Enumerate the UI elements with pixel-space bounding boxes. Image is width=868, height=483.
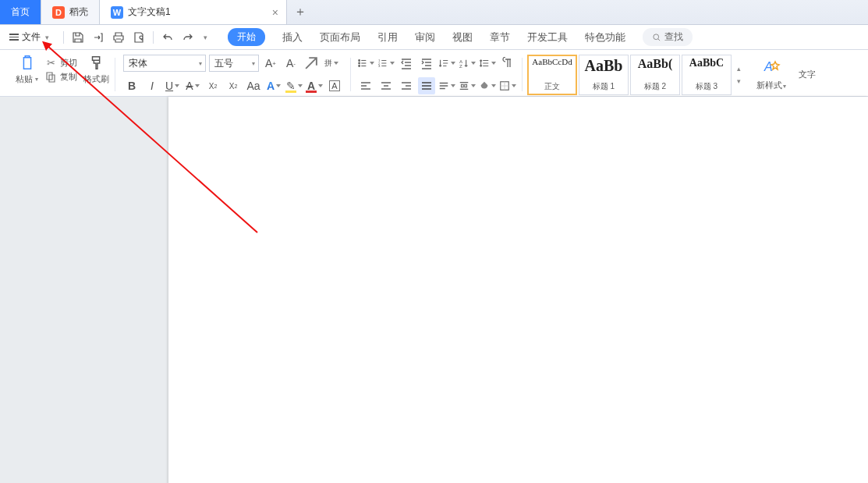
docer-icon: D [52,6,65,19]
align-justify-button[interactable] [418,77,435,94]
app-tabstrip: 首页 D 稻壳 W 文字文稿1 × ＋ [0,0,868,25]
copy-label: 复制 [60,71,77,83]
tab-docer[interactable]: D 稻壳 [41,0,100,24]
output-icon[interactable] [92,31,105,44]
ribbon-tab-start[interactable]: 开始 [228,28,265,46]
new-style-button[interactable]: A 新样式▾ [749,53,794,96]
bold-button[interactable]: B [123,77,140,94]
document-page[interactable] [168,97,868,483]
text-direction-button[interactable] [438,55,455,72]
underline-button[interactable]: U [164,77,181,94]
phonetic-guide-button[interactable]: 拼 [323,55,340,72]
style-preview: AaBbCcDd [532,57,572,66]
copy-icon [44,70,57,83]
subscript-button[interactable]: X2 [225,77,242,94]
char-border-button[interactable]: A [326,77,343,94]
tab-settings-button[interactable] [459,77,476,94]
doc-icon: W [111,6,123,19]
shrink-font-button[interactable]: A- [282,55,299,72]
svg-point-2 [359,62,360,64]
cut-button[interactable]: ✂剪切 [44,56,77,69]
cut-icon: ✂ [44,56,57,69]
align-left-button[interactable] [357,77,374,94]
clear-format-button[interactable] [303,55,320,72]
increase-indent-button[interactable] [418,55,435,72]
tab-home[interactable]: 首页 [0,0,41,24]
style-heading2[interactable]: AaBb(标题 2 [630,55,680,95]
chevron-down-icon: ▾ [45,34,49,41]
print-preview-icon[interactable] [133,31,145,44]
font-color-button[interactable]: A [306,77,323,94]
menu-row: 文件 ▾ ▾ 开始 插入 页面布局 引用 审阅 视图 章节 开发工具 特色功能 … [0,25,868,50]
search-box[interactable]: 查找 [643,28,693,46]
ribbon-tab-sections[interactable]: 章节 [490,30,510,44]
ribbon-tabs: 开始 插入 页面布局 引用 审阅 视图 章节 开发工具 特色功能 [228,28,625,46]
style-heading1[interactable]: AaBb标题 1 [579,55,629,95]
text-effects-button[interactable]: A [265,77,282,94]
sort-button[interactable]: AZ [459,55,476,72]
svg-text:Z: Z [459,63,462,69]
tab-document[interactable]: W 文字文稿1 × [100,0,287,24]
ribbon-tab-view[interactable]: 视图 [452,30,473,44]
new-tab-button[interactable]: ＋ [287,0,314,24]
close-icon[interactable]: × [272,6,278,19]
style-normal[interactable]: AaBbCcDd正文 [527,55,577,95]
ribbon-tab-pagelayout[interactable]: 页面布局 [320,30,360,44]
align-center-button[interactable] [377,77,395,94]
file-menu[interactable]: 文件 ▾ [5,28,54,47]
style-heading3[interactable]: AaBbC标题 3 [682,55,732,95]
quick-access-toolbar: ▾ [63,31,207,44]
shading-button[interactable] [479,77,496,94]
undo-icon[interactable] [161,31,174,44]
new-style-icon: A [762,58,781,78]
style-label: 正文 [544,81,560,92]
style-preview: AaBbC [689,57,724,69]
ribbon-tab-insert[interactable]: 插入 [282,30,303,44]
ribbon-tab-review[interactable]: 审阅 [415,30,435,44]
numbering-button[interactable]: 123 [377,55,395,72]
save-icon[interactable] [72,31,84,44]
chevron-down-icon[interactable]: ▾ [204,34,207,41]
align-right-button[interactable] [398,77,415,94]
group-clipboard: 粘贴▾ ✂剪切 复制 格式刷 [9,53,115,96]
group-styles: AaBbCcDd正文 AaBb标题 1 AaBb(标题 2 AaBbC标题 3 … [523,53,749,96]
paste-icon [19,55,36,72]
redo-icon[interactable] [182,31,194,44]
group-paragraph: 123 AZ [351,53,523,96]
search-icon [652,33,661,42]
tab-document-label: 文字文稿1 [128,5,171,19]
svg-point-3 [359,66,360,67]
format-painter-button[interactable]: 格式刷 [83,53,109,85]
distribute-button[interactable] [438,77,455,94]
highlight-button[interactable]: ✎ [285,77,303,94]
text-tool-button[interactable]: 文字 [794,53,820,96]
ribbon-tab-references[interactable]: 引用 [377,30,398,44]
style-gallery-more[interactable]: ▴▾ [733,65,744,85]
change-case-button[interactable]: Aa [245,77,262,94]
search-label: 查找 [664,30,683,44]
tab-home-label: 首页 [11,5,30,19]
strikethrough-button[interactable]: A [184,77,201,94]
svg-text:A: A [763,60,773,73]
superscript-button[interactable]: X2 [204,77,221,94]
ribbon-tab-devtools[interactable]: 开发工具 [527,30,568,44]
decrease-indent-button[interactable] [398,55,415,72]
font-size-combo[interactable]: 五号▾ [209,55,259,72]
style-label: 标题 3 [696,81,717,92]
font-name-combo[interactable]: 宋体▾ [123,55,206,72]
line-spacing-button[interactable] [479,55,496,72]
grow-font-button[interactable]: A+ [262,55,279,72]
bullets-button[interactable] [357,55,374,72]
hamburger-icon [9,34,19,41]
italic-button[interactable]: I [143,77,161,94]
style-preview: AaBb( [638,57,672,71]
svg-text:3: 3 [378,64,381,68]
paste-button[interactable]: 粘贴▾ [16,53,38,85]
work-area [0,97,868,483]
ribbon: 粘贴▾ ✂剪切 复制 格式刷 宋体▾ 五号▾ A+ A- 拼 B I U A X… [0,50,868,97]
ribbon-tab-special[interactable]: 特色功能 [585,30,625,44]
copy-button[interactable]: 复制 [44,70,77,83]
print-icon[interactable] [112,31,125,44]
borders-button[interactable] [499,77,516,94]
show-marks-button[interactable] [499,55,516,72]
